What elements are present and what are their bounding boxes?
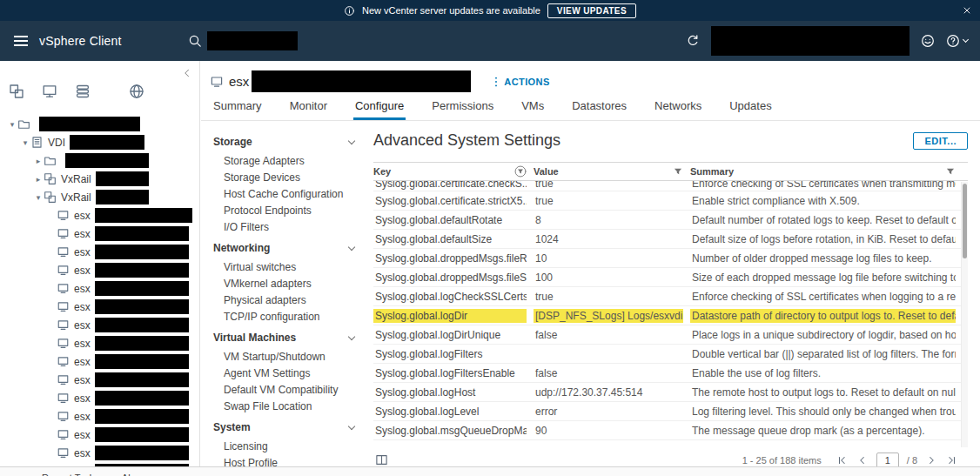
tree-item[interactable]: ▾ [0, 115, 199, 133]
tree-caret-icon[interactable]: ▾ [33, 193, 44, 202]
table-row[interactable]: Syslog.global.logDir [DSP_NFS_SLogs] Log… [373, 306, 968, 325]
tree-item[interactable]: ▾ VDI [0, 133, 199, 151]
config-nav-item[interactable]: Licensing [213, 439, 358, 455]
tree-item[interactable]: esx [0, 444, 199, 462]
tab[interactable]: Configure [353, 99, 406, 120]
section-title-networking[interactable]: Networking [213, 236, 358, 259]
tab[interactable]: Networks [653, 99, 703, 120]
collapse-sidebar-icon[interactable] [182, 68, 192, 78]
table-row[interactable]: Syslog.global.logLevel error Log filteri… [373, 402, 968, 421]
section-title-virtual-machines[interactable]: Virtual Machines [213, 325, 358, 349]
tree-item[interactable]: esx [0, 298, 199, 316]
expand-panel-icon[interactable] [9, 473, 19, 476]
column-settings-icon[interactable] [375, 453, 388, 466]
tree-item[interactable]: esx [0, 352, 199, 371]
config-nav-item[interactable]: VMkernel adapters [213, 276, 358, 292]
last-page-icon[interactable] [945, 454, 957, 466]
table-row[interactable]: Syslog.global.logDirUnique false Place l… [373, 325, 968, 345]
feedback-icon[interactable] [921, 34, 935, 48]
hosts-clusters-icon[interactable] [9, 84, 24, 99]
app-title: vSphere Client [39, 34, 122, 48]
section-title-storage[interactable]: Storage [213, 130, 358, 153]
config-nav-item[interactable]: Storage Devices [213, 170, 358, 186]
table-row[interactable]: Syslog.global.defaultRotate 8 Default nu… [373, 211, 968, 230]
tab[interactable]: Summary [211, 99, 264, 120]
tab[interactable]: VMs [520, 99, 546, 120]
search-input-redacted[interactable] [207, 31, 298, 50]
scrollbar[interactable] [961, 182, 968, 447]
tab[interactable]: Datastores [570, 99, 628, 120]
summary-cell: Log filtering level. This should only be… [690, 405, 956, 419]
tab[interactable]: Updates [728, 99, 773, 120]
config-nav-item[interactable]: Protocol Endpoints [213, 203, 358, 219]
tree-item[interactable]: esx [0, 426, 199, 444]
recent-tasks-tab[interactable]: Recent Tasks [42, 473, 99, 476]
close-icon[interactable] [962, 5, 972, 16]
table-row[interactable]: Syslog.global.certificate.checkS... true… [373, 181, 968, 191]
vsphere-client-window: New vCenter server updates are available… [0, 0, 980, 476]
table-row[interactable]: Syslog.global.droppedMsgs.fileR... 10 Nu… [373, 249, 968, 268]
help-menu[interactable] [946, 34, 968, 48]
config-nav-item[interactable]: Virtual switches [213, 259, 358, 276]
config-nav-item[interactable]: Host Profile [213, 455, 358, 467]
config-nav-item[interactable]: Host Cache Configuration [213, 186, 358, 203]
view-updates-button[interactable]: VIEW UPDATES [547, 3, 636, 18]
tree-item[interactable]: esx [0, 206, 199, 225]
inventory-sidebar: ▾ ▾ VDI ▸ [0, 61, 200, 467]
tree-item[interactable]: esx [0, 225, 199, 243]
search-icon[interactable] [188, 34, 202, 48]
config-nav-item[interactable]: TCP/IP configuration [213, 309, 358, 325]
config-nav-item[interactable]: VM Startup/Shutdown [213, 349, 358, 365]
vms-icon[interactable] [42, 84, 57, 99]
table-row[interactable]: Syslog.global.defaultSize 1024 Default s… [373, 230, 968, 249]
table-row[interactable]: Syslog.global.certificate.strictX5... tr… [373, 191, 968, 211]
next-page-icon[interactable] [925, 454, 937, 466]
tree-caret-icon[interactable]: ▸ [33, 175, 44, 184]
tree-item[interactable]: esx [0, 316, 199, 334]
tree-item[interactable]: esx [0, 243, 199, 261]
table-footer: 1 - 25 of 188 items / 8 [373, 448, 968, 467]
page-number-input[interactable] [876, 453, 899, 468]
first-page-icon[interactable] [836, 454, 849, 466]
tree-item[interactable]: ▸ VxRail [0, 170, 199, 188]
tree-caret-icon[interactable]: ▸ [33, 157, 44, 165]
table-row[interactable]: Syslog.global.logFilters Double vertical… [373, 345, 968, 364]
edit-button[interactable]: EDIT... [913, 132, 968, 150]
config-nav-item[interactable]: Agent VM Settings [213, 365, 358, 382]
table-row[interactable]: Syslog.global.logCheckSSLCerts true Enfo… [373, 287, 968, 306]
menu-icon[interactable] [14, 36, 28, 46]
table-row[interactable]: Syslog.global.logHost udp://172.30.37.45… [373, 383, 968, 402]
tab[interactable]: Permissions [430, 99, 495, 120]
config-nav-item[interactable]: Storage Adapters [213, 153, 358, 170]
tree-item[interactable]: esx [0, 407, 199, 426]
tree-item[interactable]: esx [0, 334, 199, 352]
prev-page-icon[interactable] [856, 454, 869, 466]
alarms-tab[interactable]: Alarms [122, 473, 151, 476]
scrollbar-thumb[interactable] [963, 184, 967, 258]
config-nav-item[interactable]: Swap File Location [213, 399, 358, 415]
table-row[interactable] [373, 440, 968, 448]
section-title-system[interactable]: System [213, 415, 358, 439]
tree-item[interactable]: ▾ VxRail [0, 188, 199, 206]
tree-item[interactable]: ▸ [0, 151, 199, 170]
config-nav-item[interactable]: Physical adapters [213, 292, 358, 309]
filter-icon[interactable] [945, 166, 956, 177]
config-nav-item[interactable]: Default VM Compatibility [213, 382, 358, 399]
tree-item[interactable]: esx [0, 389, 199, 407]
tree-item[interactable]: esx [0, 261, 199, 279]
refresh-icon[interactable] [686, 34, 700, 48]
table-row[interactable]: Syslog.global.droppedMsgs.fileSi... 100 … [373, 268, 968, 287]
actions-menu[interactable]: ACTIONS [490, 76, 549, 88]
table-row[interactable]: Syslog.global.logFiltersEnable false Ena… [373, 364, 968, 383]
config-nav-item[interactable]: I/O Filters [213, 219, 358, 236]
tree-caret-icon[interactable]: ▾ [7, 120, 17, 129]
tab[interactable]: Monitor [288, 99, 329, 120]
tree-caret-icon[interactable]: ▾ [20, 138, 30, 147]
filter-icon[interactable] [673, 166, 683, 177]
table-row[interactable]: Syslog.global.msgQueueDropMark 90 The me… [373, 421, 968, 440]
filter-icon[interactable] [514, 165, 527, 178]
tree-item[interactable]: esx [0, 279, 199, 298]
globe-icon[interactable] [129, 84, 144, 99]
storage-icon[interactable] [75, 84, 91, 99]
tree-item[interactable]: esx [0, 371, 199, 389]
